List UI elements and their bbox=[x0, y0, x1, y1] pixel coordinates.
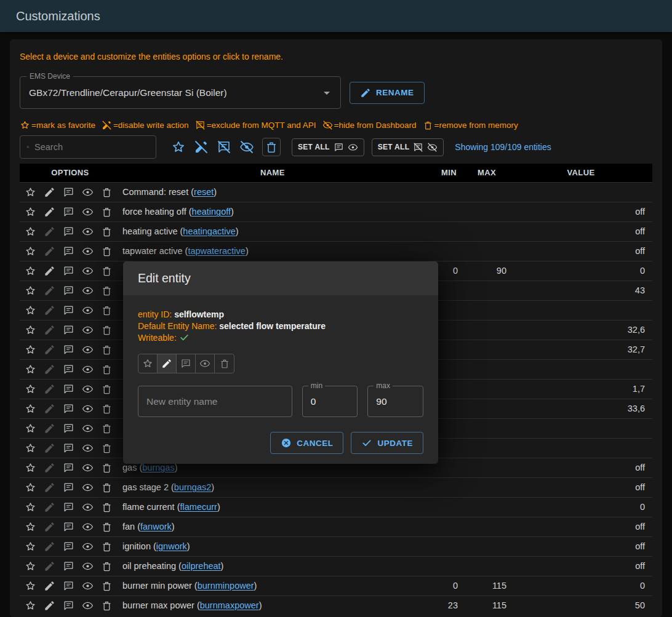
delete-icon[interactable] bbox=[101, 206, 113, 218]
min-field[interactable]: min bbox=[302, 386, 358, 417]
visibility-icon[interactable] bbox=[82, 383, 94, 395]
delete-icon[interactable] bbox=[101, 521, 113, 533]
toggle-exclude-mqtt[interactable] bbox=[177, 354, 196, 373]
delete-icon[interactable] bbox=[101, 580, 113, 592]
update-button[interactable]: UPDATE bbox=[351, 432, 423, 454]
favorite-star-icon[interactable] bbox=[25, 560, 36, 572]
set-all-show-button[interactable]: SET ALL bbox=[292, 138, 364, 156]
visibility-icon[interactable] bbox=[82, 245, 94, 257]
edit-name-icon[interactable] bbox=[44, 344, 55, 356]
toggle-favorite[interactable] bbox=[138, 354, 158, 373]
mqtt-icon[interactable] bbox=[63, 541, 74, 552]
favorite-star-icon[interactable] bbox=[25, 501, 36, 513]
mqtt-icon[interactable] bbox=[63, 580, 74, 592]
mqtt-icon[interactable] bbox=[63, 265, 74, 277]
favorite-star-icon[interactable] bbox=[25, 462, 36, 474]
visibility-icon[interactable] bbox=[82, 423, 94, 434]
toggle-write[interactable] bbox=[158, 354, 177, 373]
mqtt-icon[interactable] bbox=[63, 442, 74, 454]
delete-icon[interactable] bbox=[101, 560, 113, 572]
favorite-star-icon[interactable] bbox=[25, 265, 36, 277]
edit-name-icon[interactable] bbox=[44, 383, 55, 395]
entity-shortname-link[interactable]: burnminpower bbox=[198, 581, 254, 591]
delete-icon[interactable] bbox=[101, 462, 113, 474]
delete-icon[interactable] bbox=[101, 482, 113, 493]
edit-name-icon[interactable] bbox=[44, 364, 55, 375]
favorite-star-icon[interactable] bbox=[25, 206, 36, 218]
mqtt-icon[interactable] bbox=[63, 462, 74, 474]
delete-icon[interactable] bbox=[101, 442, 113, 454]
visibility-icon[interactable] bbox=[82, 226, 94, 237]
delete-icon[interactable] bbox=[101, 600, 113, 611]
entity-shortname-link[interactable]: burnmaxpower bbox=[200, 600, 259, 610]
mqtt-icon[interactable] bbox=[63, 403, 74, 415]
entity-shortname-link[interactable]: oilpreheat bbox=[182, 561, 221, 571]
mqtt-icon[interactable] bbox=[63, 245, 74, 257]
delete-icon[interactable] bbox=[101, 324, 113, 336]
toggle-hide-dashboard[interactable] bbox=[196, 354, 215, 373]
edit-name-icon[interactable] bbox=[44, 206, 55, 218]
filter-hide-dashboard-icon[interactable] bbox=[239, 140, 254, 154]
favorite-star-icon[interactable] bbox=[25, 344, 36, 356]
new-entity-name-field[interactable] bbox=[138, 386, 292, 417]
mqtt-icon[interactable] bbox=[63, 501, 74, 513]
visibility-icon[interactable] bbox=[82, 501, 94, 513]
entity-shortname-link[interactable]: heatingactive bbox=[183, 226, 235, 236]
edit-name-icon[interactable] bbox=[44, 403, 55, 415]
edit-name-icon[interactable] bbox=[44, 600, 55, 611]
delete-icon[interactable] bbox=[101, 186, 113, 198]
ems-device-select[interactable]: EMS Device GBx72/Trendline/Cerapur/Green… bbox=[20, 76, 341, 109]
favorite-star-icon[interactable] bbox=[25, 285, 36, 297]
visibility-icon[interactable] bbox=[82, 482, 94, 493]
mqtt-icon[interactable] bbox=[63, 423, 74, 434]
favorite-star-icon[interactable] bbox=[25, 186, 36, 198]
favorite-star-icon[interactable] bbox=[25, 245, 36, 257]
mqtt-icon[interactable] bbox=[63, 521, 74, 533]
entity-shortname-link[interactable]: tapwateractive bbox=[188, 246, 246, 256]
favorite-star-icon[interactable] bbox=[25, 482, 36, 493]
visibility-icon[interactable] bbox=[82, 265, 94, 277]
entity-shortname-link[interactable]: fanwork bbox=[140, 522, 172, 531]
mqtt-icon[interactable] bbox=[63, 600, 74, 611]
visibility-icon[interactable] bbox=[82, 206, 94, 218]
mqtt-icon[interactable] bbox=[63, 324, 74, 336]
edit-name-icon[interactable] bbox=[44, 560, 55, 572]
set-all-hide-button[interactable]: SET ALL bbox=[372, 138, 444, 156]
filter-favorite-icon[interactable] bbox=[171, 140, 186, 154]
visibility-icon[interactable] bbox=[82, 364, 94, 375]
favorite-star-icon[interactable] bbox=[25, 305, 36, 316]
delete-icon[interactable] bbox=[101, 403, 113, 415]
delete-icon[interactable] bbox=[101, 285, 113, 297]
mqtt-icon[interactable] bbox=[63, 383, 74, 395]
max-field[interactable]: max bbox=[367, 386, 423, 417]
edit-name-icon[interactable] bbox=[44, 541, 55, 552]
visibility-icon[interactable] bbox=[82, 580, 94, 592]
favorite-star-icon[interactable] bbox=[25, 403, 36, 415]
edit-name-icon[interactable] bbox=[44, 324, 55, 336]
favorite-star-icon[interactable] bbox=[25, 423, 36, 434]
visibility-icon[interactable] bbox=[82, 521, 94, 533]
edit-name-icon[interactable] bbox=[44, 501, 55, 513]
entity-shortname-link[interactable]: burngas bbox=[142, 463, 174, 472]
edit-name-icon[interactable] bbox=[44, 462, 55, 474]
entity-shortname-link[interactable]: burngas2 bbox=[174, 482, 211, 492]
edit-name-icon[interactable] bbox=[44, 305, 55, 316]
edit-name-icon[interactable] bbox=[44, 442, 55, 454]
delete-icon[interactable] bbox=[101, 364, 113, 375]
favorite-star-icon[interactable] bbox=[25, 580, 36, 592]
favorite-star-icon[interactable] bbox=[25, 226, 36, 237]
entity-shortname-link[interactable]: ignwork bbox=[156, 541, 187, 551]
max-input[interactable] bbox=[376, 396, 415, 407]
entity-shortname-link[interactable]: reset bbox=[194, 187, 214, 197]
visibility-icon[interactable] bbox=[82, 462, 94, 474]
edit-name-icon[interactable] bbox=[44, 521, 55, 533]
filter-exclude-mqtt-icon[interactable] bbox=[217, 140, 231, 154]
favorite-star-icon[interactable] bbox=[25, 521, 36, 533]
mqtt-icon[interactable] bbox=[63, 482, 74, 493]
edit-name-icon[interactable] bbox=[44, 580, 55, 592]
visibility-icon[interactable] bbox=[82, 541, 94, 552]
delete-icon[interactable] bbox=[101, 501, 113, 513]
rename-button[interactable]: RENAME bbox=[350, 82, 425, 104]
filter-remove-icon[interactable] bbox=[262, 138, 281, 156]
delete-icon[interactable] bbox=[101, 383, 113, 395]
